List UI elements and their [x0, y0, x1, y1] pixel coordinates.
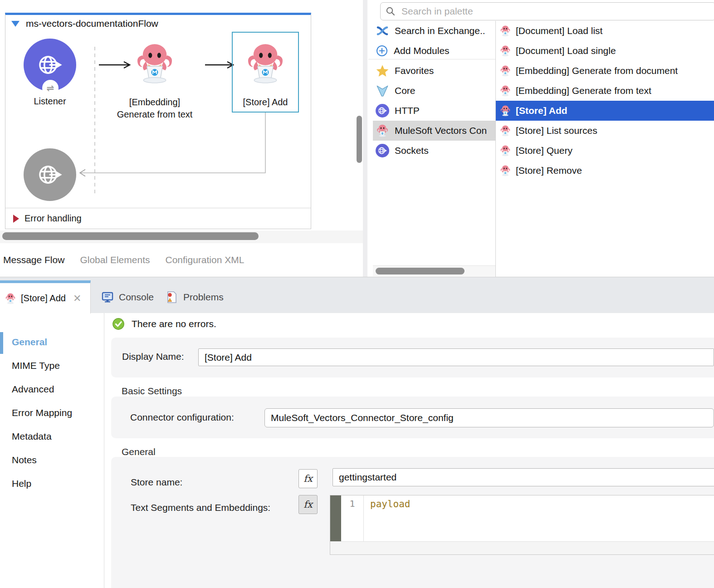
- tab-console[interactable]: Console: [101, 280, 154, 314]
- octopus-icon: [499, 145, 511, 157]
- display-name-label: Display Name:: [122, 351, 184, 362]
- palette-category-separator: [368, 59, 495, 59]
- embedding-label: [Embedding] Generate from text: [103, 96, 207, 121]
- panel-divider[interactable]: [363, 0, 367, 277]
- octopus-icon: [376, 124, 389, 137]
- palette-category-http[interactable]: HTTP: [373, 101, 495, 121]
- flow-canvas-panel: ms-vectors-documentationFlow ⇌ Listener …: [0, 0, 363, 243]
- sidebar-item-error-mapping[interactable]: Error Mapping: [12, 407, 72, 418]
- octopus-icon: [499, 25, 511, 37]
- palette-item[interactable]: [Store] List sources: [496, 121, 714, 141]
- palette-item[interactable]: [Document] Load single: [496, 41, 714, 61]
- general-heading: General: [122, 446, 156, 457]
- octopus-icon: [499, 125, 511, 137]
- connector-config-label: Connector configuration:: [130, 412, 234, 423]
- palette-categories: Search in Exchange.. Add Modules Favorit…: [373, 21, 495, 266]
- palette-category-sockets[interactable]: Sockets: [373, 141, 495, 161]
- tab-problems[interactable]: Problems: [165, 280, 224, 314]
- octopus-icon: [5, 293, 16, 304]
- star-icon: [376, 64, 389, 78]
- listener-badge-icon: ⇌: [42, 80, 59, 96]
- octopus-icon: [499, 65, 511, 77]
- sidebar-item-notes[interactable]: Notes: [12, 455, 37, 466]
- editor-code[interactable]: payload: [370, 499, 411, 510]
- globe-badge-icon: [376, 144, 389, 157]
- palette-item[interactable]: [Store] Remove: [496, 161, 714, 181]
- store-add-label: [Store] Add: [232, 96, 299, 108]
- sidebar-active-indicator: [0, 332, 3, 354]
- flow-title-row: ms-vectors-documentationFlow: [11, 18, 158, 29]
- store-name-input[interactable]: gettingstarted: [333, 468, 714, 486]
- basic-settings-heading: Basic Settings: [122, 386, 182, 397]
- anypoint-studio-window: ms-vectors-documentationFlow ⇌ Listener …: [0, 0, 714, 588]
- palette-item-store-add-selected[interactable]: [Store] Add: [496, 101, 714, 121]
- display-name-input[interactable]: [Store] Add: [198, 348, 714, 366]
- globe-badge-icon: [376, 104, 389, 118]
- search-icon: [385, 6, 396, 17]
- sidebar-item-advanced[interactable]: Advanced: [12, 384, 54, 395]
- editor-line-number: 1: [341, 495, 364, 541]
- palette-item[interactable]: [Embedding] Generate from text: [496, 81, 714, 101]
- segments-label: Text Segments and Embeddings:: [131, 502, 270, 513]
- tab-global-elements[interactable]: Global Elements: [80, 255, 150, 265]
- connector-config-select[interactable]: MuleSoft_Vectors_Connector_Store_config: [264, 408, 714, 427]
- properties-panel: [Store] Add ✕ Console Problems There are…: [0, 277, 714, 588]
- canvas-view-tabs: Message Flow Global Elements Configurati…: [0, 243, 363, 277]
- store-name-fx-button[interactable]: fx: [298, 469, 318, 488]
- flow-title: ms-vectors-documentationFlow: [26, 18, 158, 29]
- listener-label: Listener: [24, 95, 76, 108]
- palette-category-favorites[interactable]: Favorites: [373, 61, 495, 81]
- globe-arrow-icon: [35, 50, 64, 79]
- sidebar-item-metadata[interactable]: Metadata: [12, 431, 52, 442]
- expand-error-handling-icon[interactable]: [13, 215, 19, 223]
- tab-configuration-xml[interactable]: Configuration XML: [165, 255, 244, 265]
- mule-palette: Search in palette Search in Exchange.. A…: [367, 0, 714, 277]
- palette-category-add-modules[interactable]: Add Modules: [373, 41, 495, 61]
- palette-item[interactable]: [Store] Query: [496, 141, 714, 161]
- console-icon: [101, 290, 114, 304]
- octopus-icon: [499, 85, 511, 97]
- canvas-vertical-scrollbar[interactable]: [357, 116, 362, 163]
- store-name-label: Store name:: [131, 477, 182, 488]
- octopus-icon: [499, 105, 511, 117]
- segments-fx-button[interactable]: fx: [298, 495, 318, 514]
- tab-store-add[interactable]: [Store] Add ✕: [0, 280, 91, 314]
- palette-horizontal-scrollbar[interactable]: [376, 268, 465, 274]
- palette-category-mulesoft-vectors[interactable]: MuleSoft Vectors Con: [373, 121, 495, 141]
- collapse-flow-icon[interactable]: [11, 21, 20, 27]
- canvas-horizontal-scrollbar[interactable]: [2, 232, 259, 240]
- status-message: There are no errors.: [132, 318, 216, 329]
- error-handling-label: Error handling: [24, 213, 82, 224]
- close-icon[interactable]: ✕: [73, 293, 81, 304]
- palette-search-placeholder: Search in palette: [401, 6, 473, 17]
- sidebar-item-help[interactable]: Help: [12, 478, 31, 489]
- error-handling-section[interactable]: Error handling: [5, 208, 311, 229]
- sidebar-item-general[interactable]: General: [12, 337, 47, 348]
- store-add-node[interactable]: [244, 42, 287, 85]
- palette-items-list: [Document] Load list [Document] Load sin…: [496, 21, 714, 181]
- status-row: There are no errors.: [112, 318, 216, 330]
- palette-item[interactable]: [Document] Load list: [496, 21, 714, 41]
- sidebar-item-mime-type[interactable]: MIME Type: [12, 360, 60, 371]
- editor-gutter: [330, 495, 341, 541]
- listener-response-node[interactable]: [24, 148, 76, 201]
- segments-code-editor[interactable]: 1 payload: [330, 495, 714, 555]
- display-name-panel: Display Name: [Store] Add: [111, 338, 714, 377]
- palette-category-search-exchange[interactable]: Search in Exchange..: [373, 21, 495, 41]
- palette-category-core[interactable]: Core: [373, 81, 495, 101]
- embedding-node[interactable]: [133, 42, 176, 85]
- octopus-icon: [499, 45, 511, 57]
- core-icon: [376, 84, 389, 98]
- basic-settings-panel: Connector configuration: MuleSoft_Vector…: [111, 397, 714, 438]
- exchange-icon: [376, 24, 389, 38]
- add-modules-icon: [376, 44, 388, 57]
- no-errors-check-icon: [112, 318, 125, 330]
- palette-item[interactable]: [Embedding] Generate from document: [496, 61, 714, 81]
- sidebar-divider: [104, 313, 104, 588]
- globe-arrow-icon: [35, 160, 64, 189]
- problems-icon: [165, 290, 179, 304]
- editor-bottom-strip: [330, 541, 714, 554]
- tab-message-flow[interactable]: Message Flow: [3, 255, 64, 265]
- palette-search-input[interactable]: Search in palette: [380, 2, 714, 20]
- octopus-icon: [499, 165, 511, 176]
